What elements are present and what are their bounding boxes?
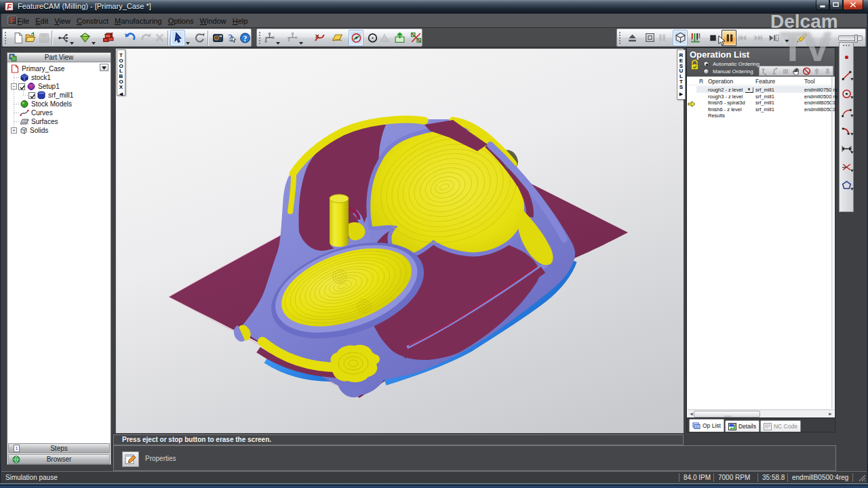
tree-item-srf-mill1[interactable]: srf_mill1	[28, 91, 73, 100]
column-tool[interactable]: Tool	[804, 78, 815, 85]
surface-wizard-button[interactable]	[331, 30, 343, 46]
eject-button[interactable]	[626, 30, 638, 46]
menu-construct[interactable]: Construct	[73, 17, 111, 25]
operation-row[interactable]: finish5 - spiral3d srf_mill1 endmillB050…	[687, 100, 835, 106]
skip-back-button[interactable]	[736, 30, 749, 46]
curve-wizard-button[interactable]	[313, 30, 326, 46]
geo-arc-button[interactable]	[840, 103, 853, 121]
horizontal-scrollbar[interactable]: ◄ ►	[688, 409, 834, 418]
dropdown-arrow-icon[interactable]	[850, 71, 854, 83]
toolbar-handle[interactable]	[842, 44, 850, 47]
simulation-speed-slider[interactable]	[838, 35, 863, 41]
radio-manual-icon[interactable]	[703, 68, 709, 75]
browser-bar[interactable]: Browser	[8, 454, 110, 464]
expand-icon[interactable]: +	[11, 127, 17, 134]
reorder-first-icon[interactable]	[760, 67, 769, 75]
operation-row[interactable]: rough3 - z level srf_mill1 endmill0500:r…	[687, 94, 835, 100]
column-r[interactable]: R	[699, 78, 703, 85]
part-combo-button[interactable]	[100, 64, 108, 71]
menu-help[interactable]: Help	[229, 17, 251, 25]
properties-button[interactable]	[122, 451, 139, 467]
srf-checkbox[interactable]	[28, 92, 35, 99]
scroll-right-icon[interactable]: ►	[828, 411, 833, 416]
steps-bar[interactable]: 1 Steps	[8, 443, 110, 453]
stop-button[interactable]	[707, 30, 719, 46]
stock-wizard-button[interactable]	[79, 30, 91, 46]
dropdown-arrow-icon[interactable]	[850, 144, 854, 157]
menu-options[interactable]: Options	[165, 17, 197, 25]
graphics-viewport[interactable]: TOOLBOX ◀ RESULTS ▶	[115, 48, 684, 433]
move-down-icon[interactable]	[823, 67, 832, 75]
redo-button[interactable]	[140, 30, 152, 46]
open-file-button[interactable]	[24, 30, 36, 46]
tree-item-solids[interactable]: + Solids	[11, 126, 48, 135]
setup1-checkbox[interactable]	[18, 83, 25, 90]
manual-ordering-option[interactable]: Manual Ordering	[703, 68, 753, 75]
pattern-button[interactable]	[410, 30, 422, 46]
dimension-branch-button[interactable]	[263, 30, 275, 46]
dropdown-arrow-icon[interactable]	[850, 181, 854, 193]
scrollbar-thumb[interactable]	[694, 411, 760, 418]
undo-button[interactable]	[123, 30, 136, 46]
drop-small-button[interactable]	[781, 30, 793, 46]
resize-grip[interactable]	[859, 474, 866, 482]
geo-point-button[interactable]	[840, 48, 853, 66]
operation-row[interactable]: rough2 - z level srf_mill1 endmill0750:r…	[687, 87, 835, 94]
scroll-left-icon[interactable]: ◄	[689, 411, 694, 416]
geo-fillet-button[interactable]	[840, 121, 853, 140]
context-help-button[interactable]: ?	[225, 30, 237, 46]
toolbar-handle[interactable]	[258, 30, 262, 45]
menu-view[interactable]: View	[52, 17, 74, 25]
help-button[interactable]: ?	[239, 30, 251, 46]
hand-drag-icon[interactable]	[791, 67, 800, 75]
select-arrow-button[interactable]	[170, 30, 185, 46]
geo-circle-button[interactable]	[840, 85, 853, 103]
toolbox-tab[interactable]: TOOLBOX ◀	[117, 49, 125, 96]
menu-edit[interactable]: Edit	[33, 17, 52, 25]
tree-item-setup1[interactable]: − Setup1	[11, 82, 60, 91]
dropdown-arrow-icon[interactable]	[850, 89, 854, 102]
pause-small-button[interactable]	[656, 30, 668, 46]
part-view-header[interactable]: Part View	[7, 53, 111, 62]
operation-row[interactable]: finish6 - z level srf_mill1 endmillB0500…	[687, 106, 835, 113]
move-up-icon[interactable]	[812, 67, 821, 75]
dropdown-arrow-icon[interactable]	[850, 108, 854, 120]
operation-table[interactable]: R Operation Feature Tool rough2 - z leve…	[687, 77, 835, 409]
close-button[interactable]	[843, 0, 863, 10]
chamfer-button[interactable]	[378, 30, 391, 46]
save-button[interactable]	[37, 30, 50, 46]
automatic-ordering-option[interactable]: Automatic Ordering	[703, 60, 760, 68]
tree-item-surfaces[interactable]: Surfaces	[20, 117, 58, 126]
slider-thumb[interactable]	[854, 35, 858, 43]
feature-wizard-button[interactable]	[57, 30, 69, 46]
move-bars-icon[interactable]	[781, 67, 790, 75]
frame-box-button[interactable]	[644, 30, 656, 46]
dropdown-arrow-icon[interactable]	[298, 30, 304, 46]
toolbar-handle[interactable]	[4, 30, 7, 45]
tab-op-list[interactable]: Op List	[689, 419, 724, 432]
collapse-icon[interactable]: −	[11, 83, 17, 89]
geo-polygon-button[interactable]	[840, 176, 853, 195]
dropdown-arrow-icon[interactable]	[69, 30, 75, 46]
engrave-button[interactable]	[349, 30, 363, 46]
tree-item-curves[interactable]: Curves	[20, 108, 53, 117]
tab-details[interactable]: Details	[725, 420, 760, 432]
geo-trim-button[interactable]	[840, 158, 853, 176]
no-entry-icon[interactable]	[802, 67, 811, 75]
maximize-button[interactable]	[829, 0, 843, 10]
minimize-button[interactable]	[816, 0, 829, 10]
toolbar-handle[interactable]	[618, 30, 622, 45]
round-circle-button[interactable]	[366, 30, 378, 46]
cube-3d-button[interactable]	[673, 30, 688, 46]
operation-dropdown-button[interactable]: ▼	[745, 87, 753, 93]
column-operation[interactable]: Operation	[708, 78, 733, 85]
new-document-button[interactable]	[12, 30, 24, 46]
skip-forward-button[interactable]	[751, 30, 764, 46]
dropdown-arrow-icon[interactable]	[850, 126, 854, 138]
tree-item-stock1[interactable]: stock1	[20, 73, 51, 82]
tool-colors-button[interactable]	[689, 30, 701, 46]
geo-line-button[interactable]	[840, 66, 853, 85]
menu-manufacturing[interactable]: Manufacturing	[111, 17, 165, 25]
geo-dimension-button[interactable]	[840, 140, 853, 158]
rotate-view-button[interactable]	[193, 30, 205, 46]
